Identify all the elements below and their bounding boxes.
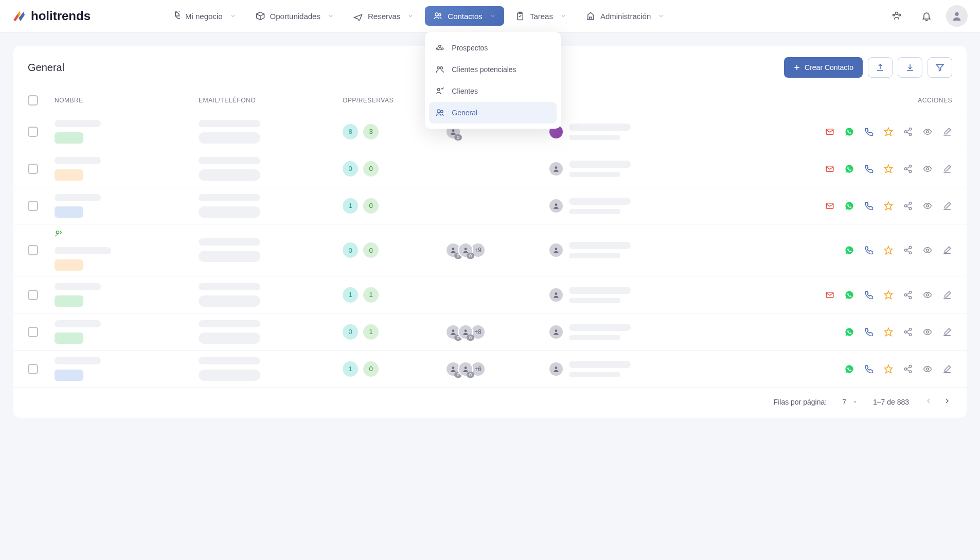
- nav-bookings[interactable]: Reservas: [345, 6, 422, 26]
- row-checkbox[interactable]: [28, 201, 38, 211]
- mail-action[interactable]: [825, 164, 835, 174]
- res-badge[interactable]: 0: [363, 198, 379, 214]
- nav-business[interactable]: Mi negocio: [163, 6, 244, 26]
- share-action[interactable]: [903, 290, 913, 300]
- mail-action[interactable]: [825, 290, 835, 300]
- opp-badge[interactable]: 1: [343, 287, 358, 303]
- res-badge[interactable]: 3: [363, 124, 379, 139]
- res-badge[interactable]: 1: [363, 324, 379, 340]
- opp-badge[interactable]: 1: [343, 198, 358, 214]
- star-action[interactable]: [883, 327, 894, 337]
- share-action[interactable]: [903, 327, 913, 337]
- whatsapp-action[interactable]: [844, 364, 854, 374]
- view-action[interactable]: [922, 364, 933, 374]
- nav-admin[interactable]: Administración: [578, 6, 672, 26]
- dropdown-prospects[interactable]: Prospectos: [425, 37, 561, 59]
- whatsapp-action[interactable]: [844, 290, 854, 300]
- view-action[interactable]: [922, 164, 933, 174]
- view-action[interactable]: [922, 127, 933, 137]
- res-badge[interactable]: 1: [363, 287, 379, 303]
- assigned-avatar[interactable]: [548, 287, 564, 303]
- edit-action[interactable]: [942, 364, 952, 374]
- create-contact-button[interactable]: Crear Contacto: [784, 57, 863, 78]
- prev-page[interactable]: [924, 397, 933, 407]
- call-action[interactable]: [864, 364, 874, 374]
- call-action[interactable]: [864, 290, 874, 300]
- edit-action[interactable]: [942, 164, 952, 174]
- opp-badge[interactable]: 0: [343, 161, 358, 177]
- star-action[interactable]: [883, 245, 894, 255]
- dropdown-potential[interactable]: Clientes potenciales: [425, 59, 561, 80]
- view-action[interactable]: [922, 327, 933, 337]
- filter-button[interactable]: [928, 57, 952, 78]
- view-action[interactable]: [922, 290, 933, 300]
- star-action[interactable]: [883, 364, 894, 374]
- shared-avatar[interactable]: 0: [458, 324, 473, 340]
- res-badge[interactable]: 0: [363, 361, 379, 377]
- bell-icon[interactable]: [916, 6, 937, 26]
- view-action[interactable]: [922, 245, 933, 255]
- call-action[interactable]: [864, 327, 874, 337]
- shared-avatar[interactable]: 0: [458, 361, 473, 377]
- whatsapp-action[interactable]: [844, 164, 854, 174]
- call-action[interactable]: [864, 245, 874, 255]
- dropdown-general[interactable]: General: [429, 102, 557, 124]
- star-action[interactable]: [883, 290, 894, 300]
- assigned-avatar[interactable]: [548, 161, 564, 177]
- edit-action[interactable]: [942, 127, 952, 137]
- edit-action[interactable]: [942, 290, 952, 300]
- star-action[interactable]: [883, 127, 894, 137]
- share-action[interactable]: [903, 364, 913, 374]
- next-page[interactable]: [943, 397, 951, 407]
- opp-badge[interactable]: 0: [343, 242, 358, 258]
- res-badge[interactable]: 0: [363, 161, 379, 177]
- dropdown-clients[interactable]: Clientes: [425, 80, 561, 102]
- page-size-select[interactable]: 7: [842, 398, 858, 406]
- whatsapp-action[interactable]: [844, 245, 854, 255]
- share-action[interactable]: [903, 127, 913, 137]
- share-action[interactable]: [903, 164, 913, 174]
- row-checkbox[interactable]: [28, 290, 38, 300]
- mail-action[interactable]: [825, 127, 835, 137]
- mail-action[interactable]: [825, 201, 835, 211]
- edit-action[interactable]: [942, 201, 952, 211]
- nav-tasks[interactable]: Tareas: [507, 6, 575, 26]
- download-button[interactable]: [898, 57, 922, 78]
- nav-opportunities[interactable]: Oportunidades: [247, 6, 342, 26]
- star-action[interactable]: [883, 164, 894, 174]
- row-checkbox[interactable]: [28, 364, 38, 374]
- brand-logo[interactable]: holitrends: [12, 9, 91, 23]
- opp-badge[interactable]: 8: [343, 124, 358, 139]
- opp-badge[interactable]: 0: [343, 324, 358, 340]
- user-avatar[interactable]: [946, 5, 968, 27]
- assigned-avatar[interactable]: [548, 242, 564, 258]
- svg-point-41: [909, 247, 912, 249]
- star-action[interactable]: [883, 201, 894, 211]
- whatsapp-action[interactable]: [844, 127, 854, 137]
- edit-action[interactable]: [942, 327, 952, 337]
- select-all-checkbox[interactable]: [28, 95, 38, 106]
- nav-contacts[interactable]: Contactos Prospectos Clientes potenciale…: [425, 6, 504, 26]
- assigned-avatar[interactable]: [548, 324, 564, 340]
- team-icon[interactable]: [886, 6, 907, 26]
- whatsapp-action[interactable]: [844, 201, 854, 211]
- share-action[interactable]: [903, 245, 913, 255]
- row-checkbox[interactable]: [28, 245, 38, 255]
- row-checkbox[interactable]: [28, 327, 38, 337]
- row-checkbox[interactable]: [28, 127, 38, 137]
- opp-badge[interactable]: 1: [343, 361, 358, 377]
- res-badge[interactable]: 0: [363, 242, 379, 258]
- row-checkbox[interactable]: [28, 164, 38, 174]
- call-action[interactable]: [864, 201, 874, 211]
- view-action[interactable]: [922, 201, 933, 211]
- whatsapp-action[interactable]: [844, 327, 854, 337]
- shared-avatar[interactable]: 0: [458, 242, 473, 258]
- assigned-avatar[interactable]: [548, 198, 564, 214]
- call-action[interactable]: [864, 164, 874, 174]
- share-action[interactable]: [903, 201, 913, 211]
- svg-point-48: [909, 291, 912, 293]
- call-action[interactable]: [864, 127, 874, 137]
- upload-button[interactable]: [868, 57, 893, 78]
- edit-action[interactable]: [942, 245, 952, 255]
- assigned-avatar[interactable]: [548, 361, 564, 377]
